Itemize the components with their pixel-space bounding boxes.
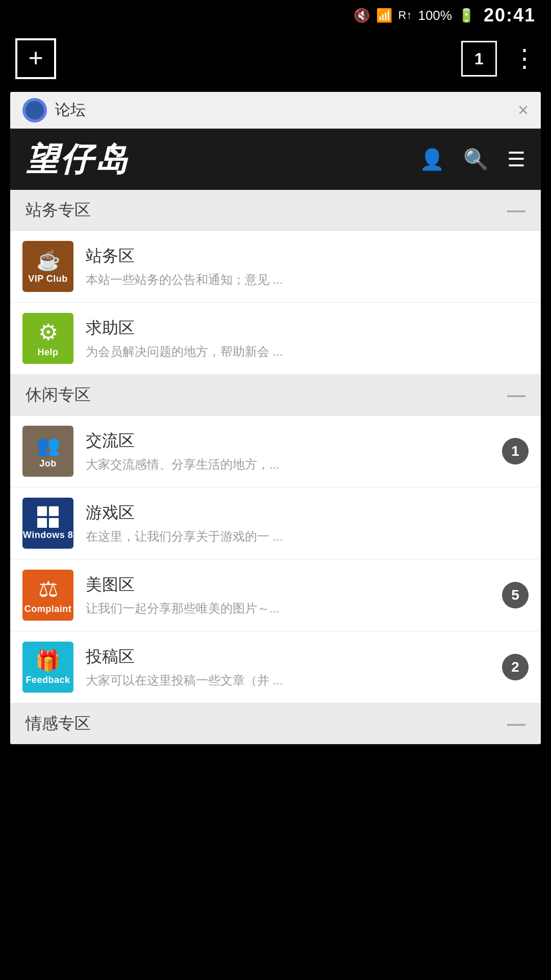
forum-item-content-windows: 游戏区 在这里，让我们分享关于游戏的一 ...	[86, 502, 529, 545]
forum-icon-windows: Windows 8	[22, 498, 73, 549]
toolbar-right: 1 ⋮	[461, 41, 536, 77]
card-title: 论坛	[55, 100, 86, 120]
forum-item-windows[interactable]: Windows 8 游戏区 在这里，让我们分享关于游戏的一 ...	[10, 487, 541, 559]
forum-item-badge-feedback: 2	[502, 654, 529, 680]
forum-item-content-job: 交流区 大家交流感情、分享生活的地方，...	[86, 430, 502, 473]
menu-icon[interactable]: ☰	[507, 148, 525, 171]
forum-item-content-help: 求助区 为会员解决问题的地方，帮助新会 ...	[86, 317, 529, 360]
complaint-label: Complaint	[24, 604, 72, 615]
section-title-2: 休闲专区	[26, 384, 91, 406]
add-tab-button[interactable]: +	[15, 38, 56, 79]
forum-item-job[interactable]: 👥 Job 交流区 大家交流感情、分享生活的地方，... 1	[10, 415, 541, 487]
forum-icon-help: ⚙ Help	[22, 313, 73, 364]
section-header-3: 情感专区 —	[10, 703, 541, 744]
forum-item-feedback[interactable]: 🎁 Feedback 投稿区 大家可以在这里投稿一些文章（并 ... 2	[10, 631, 541, 703]
section-collapse-3[interactable]: —	[507, 713, 525, 734]
section-collapse-1[interactable]: —	[507, 200, 525, 221]
tab-count-label: 1	[474, 50, 484, 68]
help-symbol: ⚙	[38, 319, 58, 345]
user-icon[interactable]: 👤	[419, 148, 445, 172]
forum-nav-icons: 👤 🔍 ☰	[419, 148, 525, 172]
forum-item-vip[interactable]: ☕ VIP Club 站务区 本站一些站务的公告和通知；意见 ...	[10, 231, 541, 303]
vip-label: VIP Club	[28, 274, 68, 284]
battery-icon: 🔋	[458, 8, 474, 23]
section-title-1: 站务专区	[26, 199, 91, 222]
forum-item-badge-complaint: 5	[502, 582, 529, 608]
status-time: 20:41	[484, 5, 536, 26]
card-header-left: 论坛	[22, 98, 86, 122]
forum-item-content-feedback: 投稿区 大家可以在这里投稿一些文章（并 ...	[86, 646, 502, 689]
forum-item-desc-windows: 在这里，让我们分享关于游戏的一 ...	[86, 528, 529, 545]
forum-item-title-job: 交流区	[86, 430, 502, 452]
bluetooth-muted-icon: 🔇	[354, 8, 370, 23]
forum-item-title-vip: 站务区	[86, 245, 529, 267]
forum-item-desc-job: 大家交流感情、分享生活的地方，...	[86, 456, 502, 473]
windows-label: Windows 8	[23, 530, 73, 541]
forum-icon-vip: ☕ VIP Club	[22, 241, 73, 292]
forum-item-badge-job: 1	[502, 438, 529, 464]
forum-item-title-help: 求助区	[86, 317, 529, 339]
vip-symbol: ☕	[36, 249, 60, 272]
forum-item-title-windows: 游戏区	[86, 502, 529, 524]
browser-card: 论坛 × 望仔岛 👤 🔍 ☰ 站务专区 — ☕ VIP Club 站务区 本站一…	[10, 92, 541, 744]
forum-icon-feedback: 🎁 Feedback	[22, 642, 73, 693]
job-label: Job	[39, 458, 57, 469]
job-symbol: 👥	[36, 434, 60, 456]
forum-icon-complaint: ⚖ Complaint	[22, 570, 73, 621]
help-label: Help	[37, 347, 58, 358]
add-icon: +	[28, 45, 43, 70]
windows-grid	[37, 506, 59, 528]
more-menu-button[interactable]: ⋮	[512, 52, 536, 66]
forum-header: 望仔岛 👤 🔍 ☰	[10, 129, 541, 190]
forum-item-title-feedback: 投稿区	[86, 646, 502, 668]
forum-logo: 望仔岛	[26, 137, 130, 182]
status-icons: 🔇 📶 R↑ 100% 🔋	[354, 8, 474, 23]
forum-item-desc-vip: 本站一些站务的公告和通知；意见 ...	[86, 272, 529, 288]
forum-item-desc-help: 为会员解决问题的地方，帮助新会 ...	[86, 344, 529, 360]
feedback-symbol: 🎁	[35, 649, 61, 673]
forum-item-content-complaint: 美图区 让我们一起分享那些唯美的图片～...	[86, 574, 502, 617]
section-title-3: 情感专区	[26, 713, 91, 735]
feedback-label: Feedback	[26, 675, 70, 685]
section-header-1: 站务专区 —	[10, 190, 541, 231]
forum-item-title-complaint: 美图区	[86, 574, 502, 596]
status-bar: 🔇 📶 R↑ 100% 🔋 20:41	[0, 0, 551, 31]
site-favicon	[22, 98, 47, 122]
close-card-button[interactable]: ×	[518, 100, 529, 121]
complaint-symbol: ⚖	[38, 576, 58, 602]
forum-item-desc-feedback: 大家可以在这里投稿一些文章（并 ...	[86, 672, 502, 689]
forum-item-help[interactable]: ⚙ Help 求助区 为会员解决问题的地方，帮助新会 ...	[10, 303, 541, 375]
section-collapse-2[interactable]: —	[507, 384, 525, 406]
signal-icon: R↑	[398, 9, 412, 22]
top-toolbar: + 1 ⋮	[0, 31, 551, 87]
section-header-2: 休闲专区 —	[10, 375, 541, 415]
forum-item-desc-complaint: 让我们一起分享那些唯美的图片～...	[86, 600, 502, 617]
forum-item-content-vip: 站务区 本站一些站务的公告和通知；意见 ...	[86, 245, 529, 288]
search-icon[interactable]: 🔍	[463, 148, 489, 172]
wifi-icon: 📶	[376, 8, 392, 23]
battery-text: 100%	[418, 8, 452, 23]
tab-count-button[interactable]: 1	[461, 41, 497, 77]
forum-item-complaint[interactable]: ⚖ Complaint 美图区 让我们一起分享那些唯美的图片～... 5	[10, 559, 541, 631]
card-header: 论坛 ×	[10, 92, 541, 129]
favicon-inner	[26, 101, 44, 119]
forum-icon-job: 👥 Job	[22, 426, 73, 477]
